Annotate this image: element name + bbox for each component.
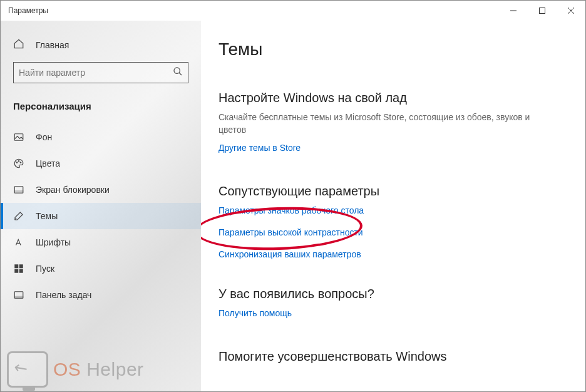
- sidebar: Главная Персонализация Фон Цвета: [1, 21, 201, 391]
- page-title: Темы: [218, 39, 568, 59]
- minimize-button[interactable]: [499, 1, 528, 21]
- nav-label: Экран блокировки: [36, 185, 110, 195]
- close-button[interactable]: [557, 1, 585, 21]
- sidebar-item-themes[interactable]: Темы: [1, 203, 201, 229]
- nav-label: Фон: [36, 132, 52, 142]
- section-customize: Настройте Windows на свой лад Скачайте б…: [218, 91, 568, 159]
- svg-rect-13: [14, 264, 18, 268]
- start-icon: [13, 263, 24, 274]
- svg-rect-14: [19, 264, 23, 268]
- nav-label: Панель задач: [36, 290, 91, 300]
- section-title: Помогите усовершенствовать Windows: [218, 349, 568, 364]
- search-icon: [173, 66, 183, 79]
- home-icon: [13, 38, 24, 52]
- nav-label: Темы: [36, 211, 58, 221]
- svg-point-8: [18, 161, 19, 162]
- section-improve: Помогите усовершенствовать Windows: [218, 349, 568, 364]
- sidebar-item-colors[interactable]: Цвета: [1, 150, 201, 177]
- brush-icon: [13, 210, 24, 222]
- palette-icon: [13, 158, 24, 169]
- category-title: Персонализация: [1, 96, 201, 124]
- search-box[interactable]: [13, 62, 188, 83]
- section-title: Настройте Windows на свой лад: [218, 91, 568, 105]
- store-link[interactable]: Другие темы в Store: [218, 143, 301, 153]
- svg-rect-1: [540, 8, 545, 14]
- sidebar-item-fonts[interactable]: Шрифты: [1, 229, 201, 255]
- svg-point-7: [16, 162, 18, 163]
- section-help: У вас появились вопросы? Получить помощь: [218, 287, 568, 324]
- desktop-icons-link[interactable]: Параметры значков рабочего стола: [218, 205, 364, 215]
- section-title: Сопутствующие параметры: [218, 184, 568, 199]
- watermark-monitor-icon: ↖: [7, 351, 48, 388]
- watermark: ↖ OS Helper: [7, 351, 144, 388]
- picture-icon: [13, 132, 24, 143]
- home-link[interactable]: Главная: [1, 33, 201, 62]
- sidebar-item-background[interactable]: Фон: [1, 124, 201, 150]
- lockscreen-icon: [13, 184, 24, 195]
- window-controls: [499, 1, 585, 21]
- nav-label: Шрифты: [36, 237, 71, 247]
- nav-label: Цвета: [36, 158, 60, 168]
- search-input[interactable]: [19, 68, 173, 78]
- taskbar-icon: [13, 289, 24, 301]
- svg-rect-15: [14, 269, 18, 273]
- section-desc: Скачайте бесплатные темы из Microsoft St…: [218, 111, 544, 136]
- home-label: Главная: [36, 40, 69, 50]
- nav-label: Пуск: [36, 264, 54, 274]
- sidebar-item-start[interactable]: Пуск: [1, 255, 201, 282]
- svg-rect-16: [19, 269, 23, 273]
- sync-settings-link[interactable]: Синхронизация ваших параметров: [218, 249, 361, 259]
- font-icon: [13, 237, 24, 248]
- sidebar-item-taskbar[interactable]: Панель задач: [1, 282, 201, 308]
- svg-point-4: [174, 68, 180, 73]
- section-title: У вас появились вопросы?: [218, 287, 568, 301]
- get-help-link[interactable]: Получить помощь: [218, 308, 292, 318]
- watermark-text: OS Helper: [53, 359, 144, 380]
- titlebar: Параметры: [1, 1, 585, 21]
- high-contrast-link[interactable]: Параметры высокой контрастности: [218, 227, 363, 237]
- svg-point-9: [20, 162, 21, 163]
- svg-rect-18: [14, 296, 23, 298]
- nav-list: Фон Цвета Экран блокировки Темы: [1, 124, 201, 308]
- main-content: Темы Настройте Windows на свой лад Скача…: [201, 21, 585, 391]
- maximize-button[interactable]: [528, 1, 557, 21]
- svg-line-5: [179, 73, 182, 75]
- sidebar-item-lockscreen[interactable]: Экран блокировки: [1, 177, 201, 203]
- window-title: Параметры: [8, 6, 48, 15]
- section-related: Сопутствующие параметры Параметры значко…: [218, 184, 568, 266]
- svg-rect-11: [14, 191, 23, 193]
